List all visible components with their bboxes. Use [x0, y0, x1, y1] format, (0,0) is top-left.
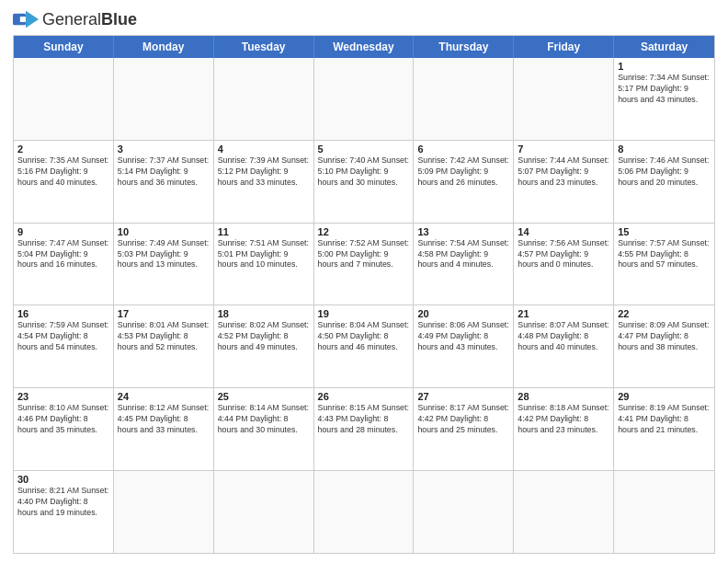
calendar-row-4: 23Sunrise: 8:10 AM Sunset: 4:46 PM Dayli… — [14, 388, 714, 471]
day-info: Sunrise: 7:56 AM Sunset: 4:57 PM Dayligh… — [518, 238, 609, 271]
day-number: 18 — [218, 308, 310, 319]
day-number: 6 — [417, 144, 509, 155]
calendar-cell-r4-c4: 27Sunrise: 8:17 AM Sunset: 4:42 PM Dayli… — [414, 388, 514, 470]
header-sunday: Sunday — [14, 36, 114, 58]
day-number: 27 — [417, 391, 509, 402]
calendar-cell-r2-c2: 11Sunrise: 7:51 AM Sunset: 5:01 PM Dayli… — [214, 224, 314, 305]
generalblue-logo-icon — [13, 9, 39, 29]
logo-blue: Blue — [101, 10, 137, 29]
day-info: Sunrise: 7:52 AM Sunset: 5:00 PM Dayligh… — [318, 238, 410, 271]
day-info: Sunrise: 7:49 AM Sunset: 5:03 PM Dayligh… — [118, 238, 210, 271]
calendar-cell-r0-c6: 1Sunrise: 7:34 AM Sunset: 5:17 PM Daylig… — [614, 58, 714, 140]
calendar-cell-r1-c4: 6Sunrise: 7:42 AM Sunset: 5:09 PM Daylig… — [414, 141, 514, 223]
day-info: Sunrise: 7:44 AM Sunset: 5:07 PM Dayligh… — [518, 155, 609, 189]
day-info: Sunrise: 8:18 AM Sunset: 4:42 PM Dayligh… — [518, 403, 609, 436]
day-info: Sunrise: 7:39 AM Sunset: 5:12 PM Dayligh… — [218, 155, 310, 189]
logo-text: GeneralBlue — [42, 10, 137, 29]
calendar-cell-r3-c6: 22Sunrise: 8:09 AM Sunset: 4:47 PM Dayli… — [614, 305, 714, 387]
calendar-cell-r5-c2 — [214, 471, 314, 553]
day-number: 4 — [218, 144, 310, 155]
svg-rect-2 — [20, 17, 26, 22]
day-number: 13 — [417, 226, 509, 237]
day-number: 10 — [118, 226, 210, 237]
calendar-cell-r0-c2 — [214, 58, 314, 140]
calendar-cell-r3-c3: 19Sunrise: 8:04 AM Sunset: 4:50 PM Dayli… — [314, 305, 415, 387]
day-number: 24 — [118, 391, 210, 402]
svg-marker-1 — [26, 11, 39, 29]
calendar-cell-r3-c5: 21Sunrise: 8:07 AM Sunset: 4:48 PM Dayli… — [514, 305, 614, 387]
day-number: 29 — [618, 391, 711, 402]
day-number: 14 — [518, 226, 609, 237]
day-info: Sunrise: 7:57 AM Sunset: 4:55 PM Dayligh… — [618, 238, 711, 271]
day-info: Sunrise: 8:17 AM Sunset: 4:42 PM Dayligh… — [417, 403, 509, 436]
calendar-row-3: 16Sunrise: 7:59 AM Sunset: 4:54 PM Dayli… — [14, 305, 714, 388]
day-number: 23 — [17, 391, 109, 402]
day-number: 15 — [618, 226, 711, 237]
day-number: 25 — [218, 391, 310, 402]
calendar-body: 1Sunrise: 7:34 AM Sunset: 5:17 PM Daylig… — [14, 58, 714, 553]
header: GeneralBlue — [13, 9, 715, 29]
calendar: Sunday Monday Tuesday Wednesday Thursday… — [13, 35, 715, 554]
calendar-cell-r2-c0: 9Sunrise: 7:47 AM Sunset: 5:04 PM Daylig… — [14, 224, 114, 305]
calendar-cell-r2-c6: 15Sunrise: 7:57 AM Sunset: 4:55 PM Dayli… — [614, 224, 714, 305]
calendar-row-1: 2Sunrise: 7:35 AM Sunset: 5:16 PM Daylig… — [14, 141, 714, 224]
calendar-cell-r4-c0: 23Sunrise: 8:10 AM Sunset: 4:46 PM Dayli… — [14, 388, 114, 470]
calendar-cell-r4-c3: 26Sunrise: 8:15 AM Sunset: 4:43 PM Dayli… — [314, 388, 415, 470]
calendar-cell-r5-c6 — [614, 471, 714, 553]
day-number: 19 — [318, 308, 410, 319]
day-info: Sunrise: 8:14 AM Sunset: 4:44 PM Dayligh… — [218, 403, 310, 436]
calendar-cell-r1-c1: 3Sunrise: 7:37 AM Sunset: 5:14 PM Daylig… — [114, 141, 214, 223]
day-number: 8 — [618, 144, 711, 155]
calendar-row-5: 30Sunrise: 8:21 AM Sunset: 4:40 PM Dayli… — [14, 471, 714, 553]
day-info: Sunrise: 7:51 AM Sunset: 5:01 PM Dayligh… — [218, 238, 310, 271]
day-number: 22 — [618, 308, 711, 319]
calendar-cell-r4-c1: 24Sunrise: 8:12 AM Sunset: 4:45 PM Dayli… — [114, 388, 214, 470]
day-info: Sunrise: 8:09 AM Sunset: 4:47 PM Dayligh… — [618, 320, 711, 353]
calendar-cell-r3-c2: 18Sunrise: 8:02 AM Sunset: 4:52 PM Dayli… — [214, 305, 314, 387]
day-number: 2 — [17, 144, 109, 155]
calendar-cell-r1-c6: 8Sunrise: 7:46 AM Sunset: 5:06 PM Daylig… — [614, 141, 714, 223]
calendar-cell-r1-c5: 7Sunrise: 7:44 AM Sunset: 5:07 PM Daylig… — [514, 141, 614, 223]
calendar-header: Sunday Monday Tuesday Wednesday Thursday… — [14, 36, 714, 58]
day-info: Sunrise: 7:40 AM Sunset: 5:10 PM Dayligh… — [318, 155, 410, 189]
day-info: Sunrise: 7:42 AM Sunset: 5:09 PM Dayligh… — [417, 155, 509, 189]
calendar-cell-r5-c3 — [314, 471, 415, 553]
day-number: 7 — [518, 144, 609, 155]
calendar-cell-r5-c4 — [414, 471, 514, 553]
calendar-cell-r5-c1 — [114, 471, 214, 553]
day-info: Sunrise: 7:46 AM Sunset: 5:06 PM Dayligh… — [618, 155, 711, 189]
day-info: Sunrise: 8:21 AM Sunset: 4:40 PM Dayligh… — [17, 486, 109, 519]
calendar-cell-r2-c1: 10Sunrise: 7:49 AM Sunset: 5:03 PM Dayli… — [114, 224, 214, 305]
day-number: 30 — [17, 474, 109, 485]
day-info: Sunrise: 8:04 AM Sunset: 4:50 PM Dayligh… — [318, 320, 410, 353]
day-info: Sunrise: 8:19 AM Sunset: 4:41 PM Dayligh… — [618, 403, 711, 436]
calendar-row-2: 9Sunrise: 7:47 AM Sunset: 5:04 PM Daylig… — [14, 224, 714, 306]
day-number: 20 — [417, 308, 509, 319]
day-number: 28 — [518, 391, 609, 402]
day-number: 26 — [318, 391, 410, 402]
calendar-cell-r1-c3: 5Sunrise: 7:40 AM Sunset: 5:10 PM Daylig… — [314, 141, 415, 223]
day-info: Sunrise: 7:34 AM Sunset: 5:17 PM Dayligh… — [618, 73, 711, 106]
day-number: 1 — [618, 61, 711, 72]
day-number: 11 — [218, 226, 310, 237]
day-info: Sunrise: 8:06 AM Sunset: 4:49 PM Dayligh… — [417, 320, 509, 353]
calendar-row-0: 1Sunrise: 7:34 AM Sunset: 5:17 PM Daylig… — [14, 58, 714, 141]
calendar-cell-r2-c3: 12Sunrise: 7:52 AM Sunset: 5:00 PM Dayli… — [314, 224, 415, 305]
day-info: Sunrise: 7:59 AM Sunset: 4:54 PM Dayligh… — [17, 320, 109, 353]
day-number: 17 — [118, 308, 210, 319]
header-monday: Monday — [114, 36, 214, 58]
calendar-cell-r3-c4: 20Sunrise: 8:06 AM Sunset: 4:49 PM Dayli… — [414, 305, 514, 387]
calendar-cell-r5-c0: 30Sunrise: 8:21 AM Sunset: 4:40 PM Dayli… — [14, 471, 114, 553]
calendar-cell-r0-c0 — [14, 58, 114, 140]
logo: GeneralBlue — [13, 9, 137, 29]
day-number: 9 — [17, 226, 109, 237]
calendar-cell-r4-c2: 25Sunrise: 8:14 AM Sunset: 4:44 PM Dayli… — [214, 388, 314, 470]
header-thursday: Thursday — [414, 36, 514, 58]
day-number: 12 — [318, 226, 410, 237]
day-info: Sunrise: 8:07 AM Sunset: 4:48 PM Dayligh… — [518, 320, 609, 353]
day-info: Sunrise: 8:01 AM Sunset: 4:53 PM Dayligh… — [118, 320, 210, 353]
header-tuesday: Tuesday — [214, 36, 314, 58]
day-info: Sunrise: 7:35 AM Sunset: 5:16 PM Dayligh… — [17, 155, 109, 189]
day-info: Sunrise: 7:37 AM Sunset: 5:14 PM Dayligh… — [118, 155, 210, 189]
calendar-cell-r3-c1: 17Sunrise: 8:01 AM Sunset: 4:53 PM Dayli… — [114, 305, 214, 387]
